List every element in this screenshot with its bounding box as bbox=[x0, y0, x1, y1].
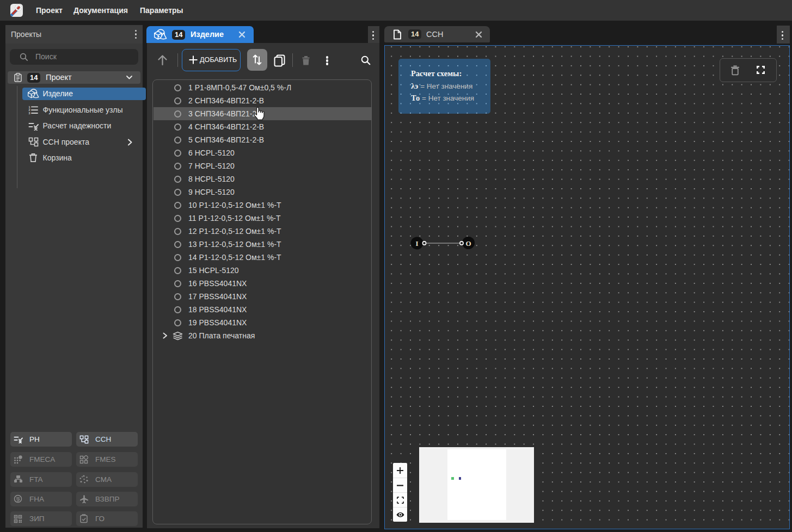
svg-text:I: I bbox=[415, 239, 418, 248]
svg-text:3: 3 bbox=[28, 112, 30, 115]
svg-text:O: O bbox=[465, 239, 471, 248]
